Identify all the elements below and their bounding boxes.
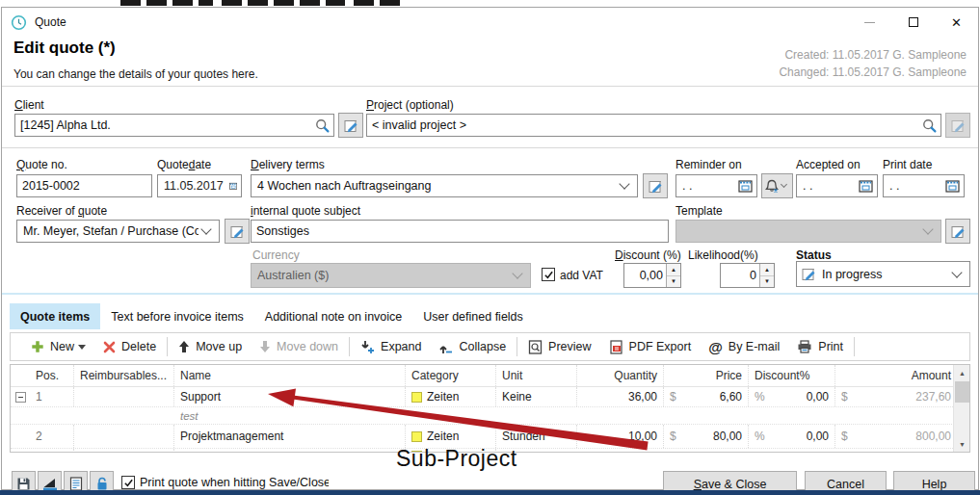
tab-user-defined-fields[interactable]: User defined fields bbox=[412, 303, 534, 329]
accepted-on-label: Accepted on bbox=[796, 158, 861, 171]
new-button[interactable]: New bbox=[22, 333, 94, 360]
chevron-down-icon bbox=[512, 268, 522, 278]
col-category[interactable]: Category bbox=[406, 365, 496, 386]
receiver-edit-button[interactable] bbox=[225, 219, 250, 244]
print-date-input[interactable]: . . bbox=[883, 174, 965, 197]
print-on-save-checkbox[interactable] bbox=[121, 476, 135, 489]
quote-items-table: Pos. Reimbursables... Name Category Unit… bbox=[10, 364, 970, 453]
move-up-button[interactable]: Move up bbox=[170, 333, 251, 360]
client-input[interactable] bbox=[14, 114, 334, 137]
collapse-button[interactable]: Collapse bbox=[430, 333, 515, 360]
page-subtitle: You can change the details of your quote… bbox=[13, 67, 258, 81]
checkmark-icon bbox=[123, 478, 134, 488]
preview-button[interactable]: Preview bbox=[519, 333, 599, 360]
changed-label: Changed: 11.05.2017 G. Sampleone bbox=[779, 64, 967, 81]
col-reimbursables[interactable]: Reimbursables... bbox=[74, 365, 174, 386]
chevron-down-icon bbox=[951, 267, 962, 277]
items-toolbar: New Delete Move up Move down bbox=[10, 332, 970, 361]
titlebar[interactable]: Quote ✕ bbox=[2, 8, 978, 37]
table-row[interactable]: 1 Support Zeiten Keine 36,00 $6,60 %0,00… bbox=[11, 387, 957, 407]
scroll-down-icon[interactable]: ▼ bbox=[954, 436, 970, 452]
vertical-scrollbar[interactable]: ▲ ▼ bbox=[953, 365, 969, 452]
at-icon: @ bbox=[708, 339, 723, 355]
spin-up-icon[interactable]: ▲ bbox=[760, 264, 774, 276]
template-edit-button[interactable] bbox=[945, 219, 970, 244]
delete-button[interactable]: Delete bbox=[94, 333, 165, 360]
print-button[interactable]: Print bbox=[788, 333, 852, 360]
edit-pencil-icon bbox=[230, 224, 245, 239]
col-price[interactable]: Price bbox=[664, 365, 749, 386]
search-icon[interactable] bbox=[315, 118, 330, 133]
col-name[interactable]: Name bbox=[174, 365, 406, 386]
edit-pencil-icon bbox=[344, 118, 358, 133]
chevron-down-icon[interactable] bbox=[78, 345, 86, 350]
minimize-button[interactable] bbox=[848, 8, 891, 37]
accepted-on-input[interactable]: . . bbox=[796, 174, 878, 197]
col-unit[interactable]: Unit bbox=[496, 365, 577, 386]
pdf-export-button[interactable]: PDF Export bbox=[600, 333, 701, 360]
tab-additional-note-on-invoice[interactable]: Additional note on invoice bbox=[254, 303, 412, 329]
status-combo[interactable]: In progress bbox=[796, 261, 970, 287]
expand-icon bbox=[360, 340, 375, 354]
table-row-note[interactable]: test bbox=[11, 407, 969, 425]
floppy-icon bbox=[16, 477, 31, 491]
tab-text-before-invoice-items[interactable]: Text before invoice items bbox=[100, 303, 254, 329]
close-button[interactable]: ✕ bbox=[935, 8, 978, 37]
move-down-button: Move down bbox=[251, 333, 347, 360]
col-amount[interactable]: Amount bbox=[835, 365, 957, 386]
client-edit-button[interactable] bbox=[338, 113, 363, 138]
subject-input[interactable] bbox=[251, 220, 669, 243]
quote-dialog: Quote ✕ Edit quote (*) You can change th… bbox=[1, 7, 979, 490]
reminder-bell-button[interactable] bbox=[761, 173, 793, 198]
unlock-icon bbox=[95, 477, 109, 491]
likelihood-spinner[interactable]: 0 ▲▼ bbox=[720, 263, 775, 288]
printer-icon bbox=[797, 340, 812, 353]
arrow-down-icon bbox=[259, 340, 271, 353]
template-combo bbox=[675, 220, 941, 243]
delivery-terms-edit-button[interactable] bbox=[643, 173, 668, 198]
spin-down-icon[interactable]: ▼ bbox=[760, 276, 774, 288]
reminder-on-input[interactable]: . . bbox=[675, 174, 757, 197]
currency-label: Currency bbox=[252, 248, 300, 262]
receiver-combo[interactable]: Mr. Meyer, Stefan / Purchase (Com bbox=[16, 220, 220, 243]
delivery-terms-combo[interactable]: 4 Wochen nach Auftragseingang bbox=[251, 174, 638, 197]
search-icon[interactable] bbox=[922, 118, 937, 133]
scroll-up-icon[interactable]: ▲ bbox=[954, 365, 970, 380]
edit-pencil-icon bbox=[649, 179, 663, 194]
separator bbox=[2, 86, 978, 87]
spin-up-icon[interactable]: ▲ bbox=[667, 264, 680, 276]
tab-quote-items[interactable]: Quote items bbox=[10, 303, 100, 329]
col-discount[interactable]: Discount% bbox=[749, 365, 835, 386]
calendar-icon[interactable] bbox=[229, 179, 237, 193]
audit-info: Created: 11.05.2017 G. Sampleone Changed… bbox=[779, 46, 967, 81]
calendar-icon[interactable] bbox=[738, 179, 753, 193]
print-on-save-label[interactable]: Print quote when hitting Save/Close bbox=[140, 476, 329, 489]
clipped-background-text bbox=[120, 0, 400, 6]
project-input[interactable] bbox=[366, 114, 941, 137]
maximize-button[interactable] bbox=[891, 8, 935, 37]
discount-spinner[interactable]: 0,00 ▲▼ bbox=[623, 263, 681, 288]
quote-no-input[interactable] bbox=[16, 174, 152, 197]
screen: Quote ✕ Edit quote (*) You can change th… bbox=[0, 0, 980, 495]
calendar-icon[interactable] bbox=[945, 179, 960, 193]
add-vat-checkbox[interactable] bbox=[542, 268, 555, 281]
preview-icon bbox=[528, 340, 543, 354]
window-title: Quote bbox=[35, 15, 66, 29]
project-label: Project (optional) bbox=[366, 98, 454, 112]
col-quantity[interactable]: Quantity bbox=[577, 365, 664, 386]
scrollbar-thumb[interactable] bbox=[955, 381, 969, 403]
expand-button[interactable]: Expand bbox=[352, 333, 430, 360]
category-color-swatch bbox=[411, 431, 422, 442]
discount-label: Discount (%) bbox=[615, 248, 681, 262]
add-vat-label[interactable]: add VAT bbox=[560, 269, 603, 282]
calendar-icon[interactable] bbox=[859, 179, 873, 193]
edit-pencil-icon bbox=[951, 118, 966, 133]
reminder-on-label: Reminder on bbox=[675, 158, 742, 171]
spin-down-icon[interactable]: ▼ bbox=[667, 276, 680, 288]
col-pos[interactable]: Pos. bbox=[30, 365, 74, 386]
quote-no-label: Quote no. bbox=[16, 158, 67, 171]
collapse-row-icon[interactable] bbox=[15, 392, 26, 403]
quote-date-input[interactable]: 11.05.2017 bbox=[157, 174, 242, 197]
subject-label: internal quote subject bbox=[251, 204, 360, 218]
by-email-button[interactable]: @ By E-mail bbox=[700, 333, 788, 360]
